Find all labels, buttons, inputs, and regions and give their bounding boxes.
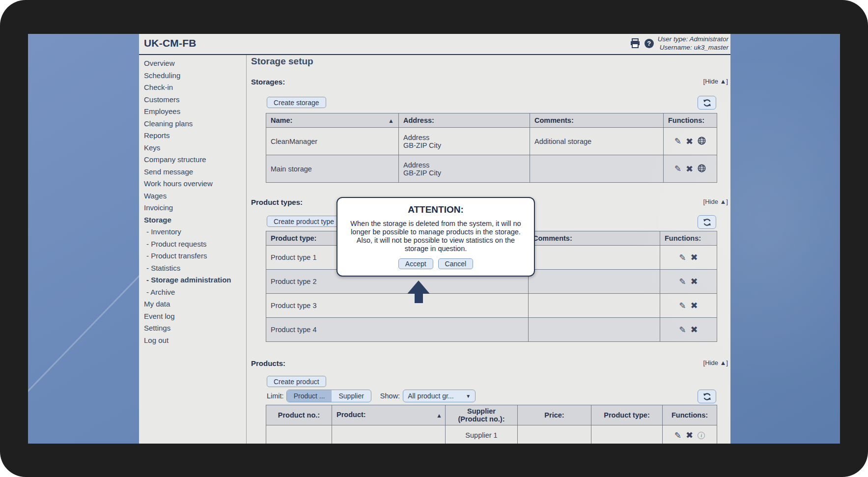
wallpaper-streak <box>28 224 189 395</box>
limit-option-supplier[interactable]: Supplier <box>332 390 370 402</box>
products-tbody: Supplier 1✎✖i <box>266 425 717 444</box>
limit-row: Limit: Product ... Supplier Show: All pr… <box>267 390 476 402</box>
delete-icon[interactable]: ✖ <box>691 301 698 310</box>
product-functions: ✎✖i <box>663 425 717 444</box>
cancel-button[interactable]: Cancel <box>438 258 474 269</box>
col-address[interactable]: Address: <box>399 113 530 128</box>
sidebar-item-work-hours-overview[interactable]: Work hours overview <box>139 178 246 190</box>
product-type-functions: ✎✖ <box>660 270 717 294</box>
refresh-button-products[interactable] <box>698 390 716 403</box>
sidebar-item-my-data[interactable]: My data <box>139 298 246 310</box>
hide-link-products[interactable]: [Hide ▲] <box>703 359 728 366</box>
product-name <box>332 425 446 444</box>
product-supplier: Supplier 1 <box>446 425 518 444</box>
col-supplier[interactable]: Supplier(Product no.): <box>446 405 518 425</box>
col-comments[interactable]: Comments: <box>529 231 660 246</box>
edit-icon[interactable]: ✎ <box>679 326 686 334</box>
product-type-row: Product type 4✎✖ <box>266 318 717 342</box>
col-product-type[interactable]: Product type: <box>591 405 663 425</box>
product-price <box>518 425 591 444</box>
sidebar-item-storage-administration[interactable]: - Storage administration <box>139 274 246 286</box>
delete-icon[interactable]: ✖ <box>691 277 698 286</box>
limit-option-product[interactable]: Product ... <box>287 390 332 402</box>
print-icon[interactable] <box>630 38 641 48</box>
refresh-button-product-types[interactable] <box>698 215 716 229</box>
edit-icon[interactable]: ✎ <box>674 165 681 173</box>
edit-icon[interactable]: ✎ <box>674 431 681 440</box>
desktop: UK-CM-FB ? User type: Administrator User… <box>28 34 840 444</box>
sidebar-item-check-in[interactable]: Check-in <box>139 82 246 94</box>
storages-tbody: CleanManagerAddressGB-ZIP CityAdditional… <box>266 128 717 183</box>
delete-icon[interactable]: ✖ <box>686 137 693 146</box>
sidebar-item-event-log[interactable]: Event log <box>139 310 246 323</box>
help-icon[interactable]: ? <box>644 39 654 48</box>
col-price[interactable]: Price: <box>518 405 591 425</box>
refresh-button-storages[interactable] <box>698 96 716 110</box>
edit-icon[interactable]: ✎ <box>679 278 686 286</box>
sidebar-item-storage[interactable]: Storage <box>139 214 246 226</box>
sidebar-item-scheduling[interactable]: Scheduling <box>139 70 246 82</box>
info-icon[interactable]: i <box>698 432 705 439</box>
edit-icon[interactable]: ✎ <box>679 302 686 310</box>
chevron-down-icon: ▼ <box>466 393 471 399</box>
accept-button[interactable]: Accept <box>398 258 433 269</box>
sort-asc-icon: ▲ <box>388 117 394 124</box>
hide-link-product-types[interactable]: [Hide ▲] <box>703 198 728 205</box>
product-type-comments <box>529 294 660 318</box>
create-product-button[interactable]: Create product <box>267 376 326 387</box>
col-product[interactable]: Product:▲ <box>332 405 446 425</box>
product-type-functions: ✎✖ <box>660 246 717 270</box>
sidebar-item-company-structure[interactable]: Company structure <box>139 154 246 166</box>
storage-name: Main storage <box>266 155 399 183</box>
products-table: Product no.: Product:▲ Supplier(Product … <box>266 405 717 444</box>
create-product-type-button[interactable]: Create product type <box>267 216 341 227</box>
delete-icon[interactable]: ✖ <box>691 253 698 262</box>
delete-icon[interactable]: ✖ <box>691 325 698 334</box>
sidebar-item-send-message[interactable]: Send message <box>139 166 246 178</box>
col-product-no[interactable]: Product no.: <box>266 405 332 425</box>
sidebar-item-product-requests[interactable]: - Product requests <box>139 238 246 251</box>
globe-icon[interactable] <box>698 164 706 174</box>
sidebar-item-customers[interactable]: Customers <box>139 94 246 106</box>
storage-name: CleanManager <box>266 128 399 155</box>
product-type-name: Product type 4 <box>266 318 529 342</box>
edit-icon[interactable]: ✎ <box>679 253 686 262</box>
product-type-comments <box>529 318 660 342</box>
globe-icon[interactable] <box>698 137 706 146</box>
sidebar-item-archive[interactable]: - Archive <box>139 286 246 299</box>
col-comments[interactable]: Comments: <box>530 113 664 128</box>
edit-icon[interactable]: ✎ <box>674 137 681 145</box>
sidebar-item-log-out[interactable]: Log out <box>139 335 246 347</box>
sidebar-item-invoicing[interactable]: Invoicing <box>139 202 246 214</box>
delete-icon[interactable]: ✖ <box>686 165 693 173</box>
dropdown-value: All product gr... <box>408 392 453 400</box>
delete-icon[interactable]: ✖ <box>686 431 693 440</box>
sidebar-item-settings[interactable]: Settings <box>139 322 246 335</box>
product-group-dropdown[interactable]: All product gr... ▼ <box>403 390 476 402</box>
product-type-functions: ✎✖ <box>660 318 717 342</box>
product-type-functions: ✎✖ <box>660 294 717 318</box>
create-storage-button[interactable]: Create storage <box>267 97 326 108</box>
sidebar-item-overview[interactable]: Overview <box>139 57 246 70</box>
sidebar-item-statistics[interactable]: - Statistics <box>139 262 246 275</box>
sidebar-item-keys[interactable]: Keys <box>139 142 246 154</box>
product-type-comments <box>529 270 660 294</box>
page-title: Storage setup <box>251 56 313 67</box>
sidebar-item-wages[interactable]: Wages <box>139 190 246 202</box>
sidebar-item-employees[interactable]: Employees <box>139 106 246 118</box>
product-row: Supplier 1✎✖i <box>266 425 717 444</box>
dialog-message: When the storage is deleted from the sys… <box>346 220 525 253</box>
sidebar-item-inventory[interactable]: - Inventory <box>139 226 246 238</box>
sidebar-item-product-transfers[interactable]: - Product transfers <box>139 250 246 262</box>
storage-functions: ✎✖ <box>664 128 717 155</box>
sidebar-item-cleaning-plans[interactable]: Cleaning plans <box>139 118 246 130</box>
hide-link-storages[interactable]: [Hide ▲] <box>703 78 728 85</box>
storage-row: CleanManagerAddressGB-ZIP CityAdditional… <box>266 128 717 155</box>
attention-dialog: ATTENTION: When the storage is deleted f… <box>336 197 535 277</box>
storages-table: Name:▲ Address: Comments: Functions: Cle… <box>266 113 717 183</box>
product-type-name: Product type 3 <box>266 294 529 318</box>
storages-header-row: Name:▲ Address: Comments: Functions: <box>266 113 717 128</box>
sidebar-item-reports[interactable]: Reports <box>139 130 246 142</box>
col-name[interactable]: Name:▲ <box>266 113 399 128</box>
col-functions: Functions: <box>663 405 717 425</box>
